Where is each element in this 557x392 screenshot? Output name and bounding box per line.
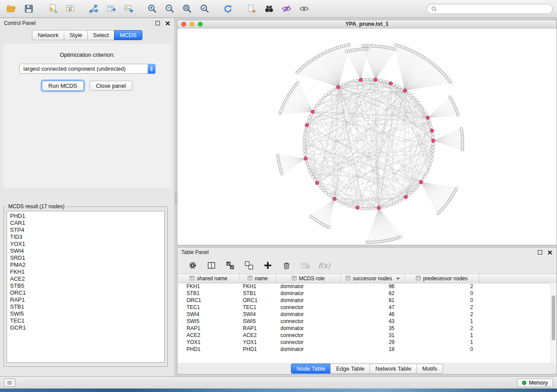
delete-rows-button[interactable] (281, 260, 292, 271)
memory-label: Memory (529, 380, 548, 386)
plus-icon (263, 261, 272, 270)
tab-edge-table[interactable]: Edge Table (330, 364, 370, 374)
search-box (427, 4, 553, 14)
mcds-result-item[interactable]: CAR1 (10, 220, 161, 227)
sort-dropdown-icon[interactable] (396, 278, 400, 280)
table-row[interactable]: ACE2ACE2connector311 (178, 332, 550, 339)
mcds-result-item[interactable]: PHD1 (10, 213, 161, 220)
open-session-button[interactable] (4, 2, 18, 15)
mcds-result-item[interactable]: TID3 (10, 234, 161, 241)
criterion-select[interactable]: largest connected component (undirected) (19, 64, 156, 74)
mcds-result-item[interactable]: SRD1 (10, 254, 161, 261)
tab-mcds[interactable]: MCDS (114, 30, 142, 40)
mcds-result-item[interactable]: TEC1 (10, 317, 161, 324)
refresh-view-button[interactable] (221, 2, 235, 15)
view-group (245, 2, 311, 15)
export-image-icon (123, 3, 134, 14)
save-session-button[interactable] (22, 2, 36, 15)
add-row-button[interactable] (262, 260, 273, 271)
export-table-button[interactable] (104, 2, 118, 15)
mcds-result-item[interactable]: STB1 (10, 303, 161, 310)
refresh-group (221, 2, 235, 15)
import-group (45, 2, 77, 15)
memory-button[interactable]: Memory (517, 378, 553, 387)
export-table-icon (106, 3, 116, 14)
import-table-button[interactable] (63, 2, 77, 15)
table-row[interactable]: ORC1ORC1dominator610 (178, 297, 550, 304)
scrollbar-thumb[interactable] (552, 296, 555, 340)
mcds-result-item[interactable]: SWI5 (10, 310, 161, 317)
export-network-button[interactable] (86, 2, 100, 15)
table-row[interactable]: SWI5SWI5connector431 (178, 318, 550, 325)
table-row[interactable]: FKH1FKH1dominator962 (178, 283, 550, 290)
zoom-fit-icon (182, 3, 192, 14)
table-scrollbar[interactable] (550, 283, 556, 363)
table-panel-title: Table Panel (181, 249, 209, 255)
panel-splitter-handle[interactable] (175, 192, 176, 203)
delete-table-icon (301, 261, 310, 270)
network-canvas[interactable] (177, 28, 557, 245)
find-button[interactable] (262, 2, 276, 15)
search-input[interactable] (439, 5, 548, 12)
zoom-selected-button[interactable] (197, 2, 211, 15)
mcds-result-item[interactable]: GCR1 (10, 324, 161, 331)
mcds-result-item[interactable]: RAP1 (10, 296, 161, 303)
column-header-predecessor-nodes[interactable]: predecessor nodes (405, 274, 479, 283)
tab-network[interactable]: Network (32, 30, 64, 40)
export-image-button[interactable] (121, 2, 135, 15)
column-header-shared-name[interactable]: shared name (178, 274, 240, 283)
tab-motifs[interactable]: Motifs (416, 364, 443, 374)
zoom-out-button[interactable] (163, 2, 176, 15)
window-close-icon[interactable] (181, 22, 186, 27)
show-details-button[interactable] (297, 2, 311, 15)
table-row[interactable]: TEC1TEC1connector472 (178, 304, 550, 311)
mcds-result-item[interactable]: STB5 (10, 282, 161, 289)
mcds-result-item[interactable]: ORC1 (10, 289, 161, 296)
float-panel-icon[interactable] (156, 21, 160, 25)
close-panel-icon[interactable]: ✕ (165, 20, 170, 27)
select-all-button[interactable] (225, 260, 236, 271)
memory-status-icon (522, 381, 526, 385)
zoom-fit-button[interactable] (180, 2, 194, 15)
table-row[interactable]: SWI4SWI4dominator462 (178, 311, 550, 318)
float-table-panel-icon[interactable] (538, 250, 542, 254)
zoom-in-button[interactable] (145, 2, 159, 15)
close-panel-button[interactable]: Close panel (90, 81, 133, 91)
mcds-result-item[interactable]: PMA2 (10, 261, 161, 268)
window-zoom-icon[interactable] (198, 22, 203, 27)
mcds-result-group: MCDS result (17 nodes) PHD1CAR1STP4TID3Y… (3, 203, 168, 367)
import-network-button[interactable] (45, 2, 59, 15)
function-builder-button[interactable]: f(x) (318, 260, 330, 271)
close-table-panel-icon[interactable]: ✕ (547, 249, 553, 256)
mcds-result-item[interactable]: FKH1 (10, 268, 161, 275)
table-row[interactable]: RAP1RAP1dominator352 (178, 325, 550, 332)
mcds-result-title: MCDS result (17 nodes) (7, 203, 66, 210)
status-bar: Memory (0, 376, 557, 389)
hide-details-button[interactable] (280, 2, 294, 15)
run-mcds-button[interactable]: Run MCDS (42, 81, 84, 91)
tab-style[interactable]: Style (64, 30, 88, 40)
table-row[interactable]: STB1STB1dominator620 (178, 290, 550, 297)
clone-network-button[interactable] (245, 2, 259, 15)
mcds-result-item[interactable]: SWI4 (10, 248, 161, 254)
tab-node-table[interactable]: Node Table (291, 364, 331, 374)
deselect-all-button[interactable] (243, 260, 255, 271)
ui-settings-button[interactable] (4, 378, 15, 387)
tab-network-table[interactable]: Network Table (370, 364, 417, 374)
show-columns-button[interactable] (206, 260, 217, 271)
column-header-name[interactable]: name (240, 274, 276, 283)
column-header-successor-nodes[interactable]: successor nodes (341, 274, 405, 283)
window-minimize-icon[interactable] (190, 22, 194, 27)
table-panel: Table Panel ✕ f(x) shared namenameMCDS r… (177, 247, 557, 375)
zoom-selected-icon (199, 3, 210, 14)
mcds-result-item[interactable]: YOX1 (10, 241, 161, 248)
delete-table-button[interactable] (300, 260, 311, 271)
table-row[interactable]: YOX1YOX1connector291 (178, 339, 550, 346)
mcds-result-item[interactable]: ACE2 (10, 275, 161, 282)
mcds-result-item[interactable]: STP4 (10, 227, 161, 234)
column-header-MCDS-role[interactable]: MCDS role (276, 274, 341, 283)
tab-select[interactable]: Select (87, 30, 114, 40)
zoom-out-icon (164, 3, 175, 14)
table-row[interactable]: PHD1PHD1dominator180 (178, 346, 550, 353)
table-settings-button[interactable] (187, 260, 198, 271)
